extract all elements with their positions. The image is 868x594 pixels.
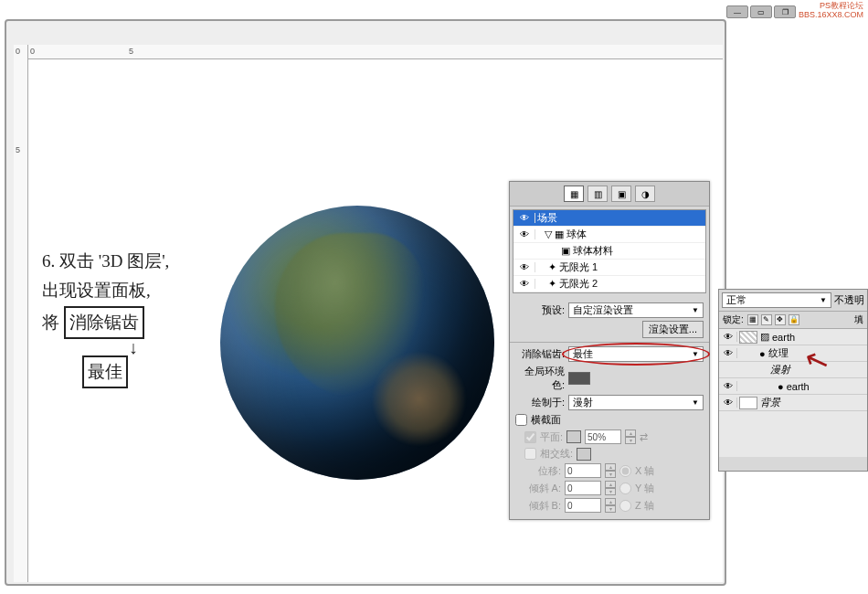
ambient-label: 全局环境色: xyxy=(515,365,565,392)
tiltB-input xyxy=(565,498,601,513)
render-settings: 预设: 自定渲染设置▼ 渲染设置... 消除锯齿: 最佳▼ 全局环境色: 绘制于… xyxy=(510,296,709,519)
offset-spinner: ▴▾ xyxy=(605,463,616,478)
tiltA-spinner: ▴▾ xyxy=(605,481,616,495)
layer-diffuse-row[interactable]: 漫射 xyxy=(719,362,867,378)
watermark: PS教程论坛 BBS.16XX8.COM xyxy=(799,2,863,20)
3d-panel-tabs: ▦ ▥ ▣ ◑ xyxy=(510,182,709,207)
lock-icons-group: ▦ ✎ ✥ 🔒 xyxy=(747,314,799,325)
tiltB-spinner: ▴▾ xyxy=(605,498,616,513)
layer-background-row[interactable]: 👁 背景 xyxy=(719,395,867,411)
materials-tab-icon[interactable]: ▣ xyxy=(611,186,631,202)
layer-earth-row[interactable]: 👁 ▨ earth xyxy=(719,329,867,345)
lock-label: 锁定: xyxy=(723,313,744,326)
z-axis-radio xyxy=(619,500,631,512)
crosssection-label: 横截面 xyxy=(531,413,561,427)
y-axis-radio xyxy=(619,483,631,494)
scene-light1-row[interactable]: 👁 ✦ 无限光 1 xyxy=(513,260,705,276)
lock-pixels-icon[interactable]: ✎ xyxy=(761,314,772,325)
intersect-color-swatch xyxy=(577,448,591,461)
paint-on-dropdown[interactable]: 漫射▼ xyxy=(568,395,704,410)
intersect-checkbox xyxy=(524,448,536,460)
lock-all-icon[interactable]: 🔒 xyxy=(789,314,799,325)
annotation-text: 6. 双击 '3D 图层', 出现设置面板, 将 消除锯齿 ↓ 最佳 xyxy=(42,247,169,388)
visibility-icon[interactable]: 👁 xyxy=(719,398,737,408)
fill-label: 填 xyxy=(854,313,863,326)
lock-transparent-icon[interactable]: ▦ xyxy=(747,314,758,325)
tiltA-input xyxy=(565,481,601,495)
paint-label: 绘制于: xyxy=(515,396,565,409)
plane-color-swatch xyxy=(566,430,581,443)
plane-opacity-input xyxy=(585,430,621,444)
vertical-ruler: 0 5 xyxy=(14,45,28,582)
scene-tree[interactable]: 👁 场景 👁 ▽ ▦ 球体 ▣ 球体材料 👁 ✦ 无限光 1 👁 ✦ 无限光 2 xyxy=(513,209,706,293)
visibility-icon[interactable]: 👁 xyxy=(719,332,737,342)
preset-label: 预设: xyxy=(515,303,565,317)
maximize-button[interactable]: ▭ xyxy=(750,5,772,18)
scene-material-row[interactable]: ▣ 球体材料 xyxy=(513,243,705,260)
render-settings-button[interactable]: 渲染设置... xyxy=(642,321,704,338)
horizontal-ruler: 0 5 xyxy=(28,45,723,59)
opacity-label: 不透明 xyxy=(834,293,864,307)
visibility-icon[interactable]: 👁 xyxy=(719,348,737,358)
visibility-icon[interactable]: 👁 xyxy=(719,381,737,391)
layer-texture-row[interactable]: 👁 ● 纹理 xyxy=(719,345,867,362)
scene-root-row[interactable]: 👁 场景 xyxy=(513,210,705,227)
visibility-icon[interactable]: 👁 xyxy=(513,262,535,272)
antialias-dropdown[interactable]: 最佳▼ xyxy=(568,346,704,362)
earth-sphere[interactable] xyxy=(220,206,494,480)
visibility-icon[interactable]: 👁 xyxy=(513,213,535,223)
offset-input xyxy=(565,463,601,478)
antialias-label: 消除锯齿: xyxy=(515,347,565,361)
3d-panel: ▦ ▥ ▣ ◑ 👁 场景 👁 ▽ ▦ 球体 ▣ 球体材料 👁 ✦ 无限光 1 👁… xyxy=(509,181,710,520)
layer-earth-sub-row[interactable]: 👁 ● earth xyxy=(719,378,867,395)
visibility-icon[interactable]: 👁 xyxy=(513,279,535,289)
scene-sphere-row[interactable]: 👁 ▽ ▦ 球体 xyxy=(513,227,705,243)
layer-thumb-icon xyxy=(739,397,757,409)
scene-light2-row[interactable]: 👁 ✦ 无限光 2 xyxy=(513,276,705,292)
scene-tab-icon[interactable]: ▦ xyxy=(564,186,584,202)
crosssection-checkbox[interactable] xyxy=(515,414,527,426)
restore-button[interactable]: ❐ xyxy=(774,5,796,18)
plane-spinner: ▴▾ xyxy=(625,430,636,444)
layers-panel: 正常▼ 不透明 锁定: ▦ ✎ ✥ 🔒 填 👁 ▨ earth 👁 ● 纹理 漫… xyxy=(718,289,868,472)
layer-thumb-icon xyxy=(739,331,757,344)
window-controls: — ▭ ❐ xyxy=(726,5,796,18)
lock-position-icon[interactable]: ✥ xyxy=(775,314,786,325)
ambient-color-swatch[interactable] xyxy=(568,372,590,385)
mesh-tab-icon[interactable]: ▥ xyxy=(587,186,608,202)
preset-dropdown[interactable]: 自定渲染设置▼ xyxy=(568,302,704,318)
flip-icon: ⇄ xyxy=(640,431,648,443)
layer-list[interactable]: 👁 ▨ earth 👁 ● 纹理 漫射 👁 ● earth 👁 背景 xyxy=(719,329,867,457)
x-axis-radio xyxy=(619,465,631,477)
blend-mode-dropdown[interactable]: 正常▼ xyxy=(722,292,831,308)
lights-tab-icon[interactable]: ◑ xyxy=(635,186,655,202)
visibility-icon[interactable]: 👁 xyxy=(513,229,535,239)
plane-checkbox xyxy=(524,431,536,443)
minimize-button[interactable]: — xyxy=(726,5,748,18)
